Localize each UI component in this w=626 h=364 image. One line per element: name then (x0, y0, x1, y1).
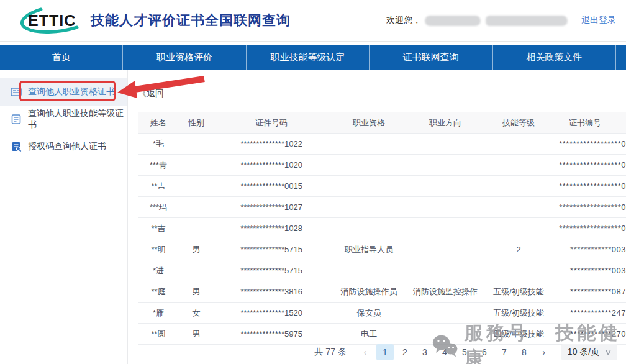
table-row[interactable]: **庭 男 **************3816 消防设施操作员 消防设施监控操… (138, 281, 626, 303)
col-header-qualification: 职业资格 (329, 117, 409, 129)
cell-qualification: 职业指导人员 (329, 244, 409, 255)
cell-cert-number: ************247 (556, 308, 626, 317)
page-button-4[interactable]: 4 (436, 344, 453, 360)
page-button-1[interactable]: 1 (376, 344, 394, 360)
page-size-label: 10 条/页 (568, 347, 599, 358)
sidebar-item-query-others-qualification-cert[interactable]: 查询他人职业资格证书 (0, 78, 127, 106)
cell-name: **明 (138, 244, 178, 255)
table-row[interactable]: ***玛 **************1027 ****************… (138, 197, 626, 218)
cell-id-number: **************1022 (214, 139, 329, 148)
welcome-text: 欢迎您， (386, 15, 421, 26)
logo-text: ETTIC (28, 12, 76, 29)
cell-gender: 男 (178, 329, 214, 340)
col-header-gender: 性别 (178, 117, 214, 129)
main-nav: 首页 职业资格评价 职业技能等级认定 证书联网查询 相关政策文件 (0, 45, 626, 70)
pagination-total: 共 77 条 (314, 347, 346, 358)
nav-item-partial[interactable] (616, 45, 626, 70)
page-button-2[interactable]: 2 (396, 344, 414, 360)
cell-name: **庭 (138, 286, 178, 298)
certificates-table: 姓名 性别 证件号码 职业资格 职业方向 技能等级 证书编号 *毛 ******… (138, 112, 626, 345)
doc-search-icon (11, 142, 22, 152)
logout-link[interactable]: 退出登录 (581, 15, 616, 26)
cell-id-number: **************3816 (214, 287, 329, 296)
sidebar-item-label: 授权码查询他人证书 (28, 141, 106, 152)
cell-id-number: **************1020 (214, 160, 329, 170)
table-row[interactable]: *进 **************5715 ************003 (138, 260, 626, 281)
cell-skill-level: 五级/初级技能 (481, 286, 556, 298)
cell-cert-number: ************003 (556, 245, 626, 254)
table-row[interactable]: **圆 男 **************5975 电工 四级/中级技能 ****… (138, 324, 626, 345)
cell-cert-number: ******************0 (556, 181, 626, 191)
cell-skill-level: 2 (481, 245, 556, 254)
table-row[interactable]: **吉 **************0015 *****************… (138, 176, 626, 197)
table-row[interactable]: *毛 **************1022 ******************… (138, 134, 626, 155)
cell-gender: 男 (178, 286, 214, 298)
col-header-id-number: 证件号码 (214, 117, 329, 129)
cell-cert-number: ************270 (556, 329, 626, 339)
table-row[interactable]: **明 男 **************5715 职业指导人员 2 ******… (138, 239, 626, 260)
cell-id-number: **************1520 (214, 308, 329, 317)
welcome-area: 欢迎您， 退出登录 (386, 15, 616, 26)
cell-id-number: **************5715 (214, 245, 329, 254)
brand: ETTIC 技能人才评价证书全国联网查询 (19, 7, 291, 34)
cell-cert-number: ******************0 (556, 202, 626, 212)
table-row[interactable]: ***青 **************1020 ****************… (138, 155, 626, 176)
cell-cert-number: ******************0 (556, 160, 626, 170)
table-row[interactable]: **吉 **************1028 *****************… (138, 218, 626, 239)
ettic-logo: ETTIC (19, 7, 81, 34)
sidebar: 查询他人职业资格证书 查询他人职业技能等级证书 授权码查询他人证书 (0, 70, 128, 364)
sidebar-item-label: 查询他人职业技能等级证书 (28, 108, 127, 130)
logo-swoosh-icon: ETTIC (19, 7, 81, 34)
prev-page-icon[interactable]: ‹ (356, 344, 374, 360)
cell-name: *雁 (138, 307, 178, 319)
cell-id-number: **************5975 (214, 329, 329, 339)
cell-skill-level: 四级/中级技能 (481, 329, 556, 340)
redacted-username (425, 16, 481, 26)
site-title: 技能人才评价证书全国联网查询 (91, 11, 291, 30)
cell-name: ***青 (138, 160, 178, 171)
cell-id-number: **************0015 (214, 181, 329, 191)
cell-cert-number: ******************0 (556, 224, 626, 233)
cell-name: ***玛 (138, 202, 178, 213)
cell-skill-level: 五级/初级技能 (481, 307, 556, 319)
cell-name: **圆 (138, 329, 178, 340)
table-row[interactable]: *雁 女 **************1520 保安员 五级/初级技能 ****… (138, 303, 626, 324)
page-button-5[interactable]: 5 (456, 344, 473, 360)
cell-direction: 消防设施监控操作 (409, 286, 481, 298)
top-header: ETTIC 技能人才评价证书全国联网查询 欢迎您， 退出登录 (0, 0, 626, 42)
certificate-doc-icon (11, 114, 22, 124)
nav-item-certificate-query[interactable]: 证书联网查询 (370, 45, 492, 70)
cell-id-number: **************1028 (214, 224, 329, 233)
nav-item-skill-level-certification[interactable]: 职业技能等级认定 (247, 45, 370, 70)
back-link[interactable]: 《返回 (138, 88, 164, 99)
next-page-icon[interactable]: › (535, 344, 553, 360)
nav-item-qualification-evaluation[interactable]: 职业资格评价 (123, 45, 246, 70)
sidebar-item-auth-code-query[interactable]: 授权码查询他人证书 (0, 133, 127, 160)
cell-name: **吉 (138, 181, 178, 192)
cell-name: *进 (138, 265, 178, 276)
sidebar-item-label: 查询他人职业资格证书 (28, 86, 115, 98)
main-content: 《返回 姓名 性别 证件号码 职业资格 职业方向 技能等级 证书编号 *毛 **… (138, 70, 626, 364)
cell-id-number: **************5715 (214, 266, 329, 275)
nav-item-home[interactable]: 首页 (0, 45, 123, 70)
certificate-card-icon (11, 87, 22, 97)
page-button-7[interactable]: 7 (496, 344, 513, 360)
cell-cert-number: ************087 (556, 287, 626, 296)
table-header-row: 姓名 性别 证件号码 职业资格 职业方向 技能等级 证书编号 (138, 112, 626, 134)
page-size-select[interactable]: 10 条/页 ∨ (561, 344, 617, 360)
col-header-skill-level: 技能等级 (481, 117, 556, 129)
cell-qualification: 保安员 (329, 307, 409, 319)
certificate-query-page: ETTIC 技能人才评价证书全国联网查询 欢迎您， 退出登录 首页 职业资格评价… (0, 0, 626, 364)
chevron-down-icon: ∨ (604, 348, 612, 357)
cell-cert-number: ************003 (556, 266, 626, 275)
page-button-6[interactable]: 6 (476, 344, 493, 360)
page-button-3[interactable]: 3 (416, 344, 433, 360)
cell-gender: 女 (178, 307, 214, 319)
col-header-name: 姓名 (138, 117, 178, 129)
nav-item-policy-documents[interactable]: 相关政策文件 (493, 45, 616, 70)
col-header-direction: 职业方向 (409, 117, 481, 129)
redacted-username (486, 16, 568, 26)
sidebar-item-query-others-skill-level-cert[interactable]: 查询他人职业技能等级证书 (0, 106, 127, 133)
cell-name: *毛 (138, 139, 178, 150)
page-button-8[interactable]: 8 (515, 344, 533, 360)
